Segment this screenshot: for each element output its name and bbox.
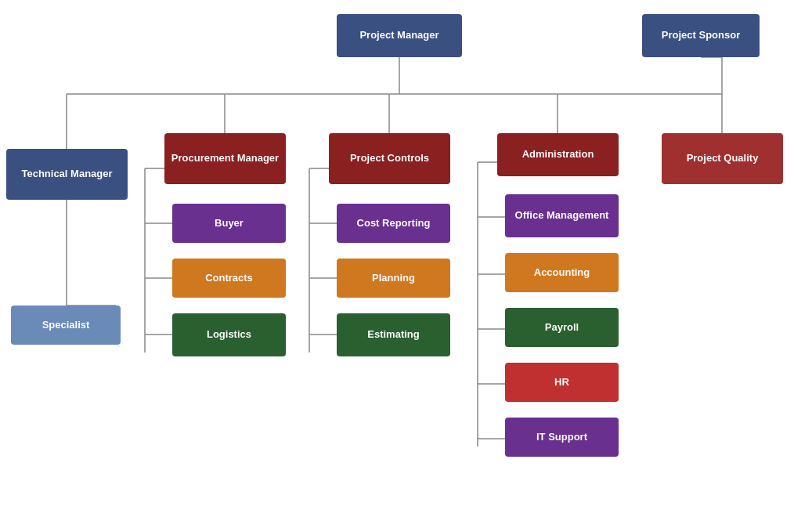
administration-box: Administration	[497, 133, 619, 176]
procurement-manager-box: Procurement Manager	[164, 133, 286, 184]
estimating-box: Estimating	[337, 313, 450, 356]
technical-manager-box: Technical Manager	[6, 149, 128, 200]
it-support-box: IT Support	[505, 418, 619, 457]
planning-box: Planning	[337, 259, 450, 298]
logistics-box: Logistics	[172, 313, 286, 356]
specialist-box: Specialist	[11, 306, 121, 345]
accounting-box: Accounting	[505, 253, 619, 292]
org-chart: Project Manager Project Sponsor Technica…	[0, 0, 812, 528]
project-quality-box: Project Quality	[662, 133, 783, 184]
cost-reporting-box: Cost Reporting	[337, 204, 450, 243]
project-sponsor-box: Project Sponsor	[642, 14, 760, 57]
buyer-box: Buyer	[172, 204, 286, 243]
office-management-box: Office Management	[505, 194, 619, 237]
hr-box: HR	[505, 363, 619, 402]
project-manager-box: Project Manager	[337, 14, 462, 57]
contracts-box: Contracts	[172, 259, 286, 298]
payroll-box: Payroll	[505, 308, 619, 347]
project-controls-box: Project Controls	[329, 133, 450, 184]
